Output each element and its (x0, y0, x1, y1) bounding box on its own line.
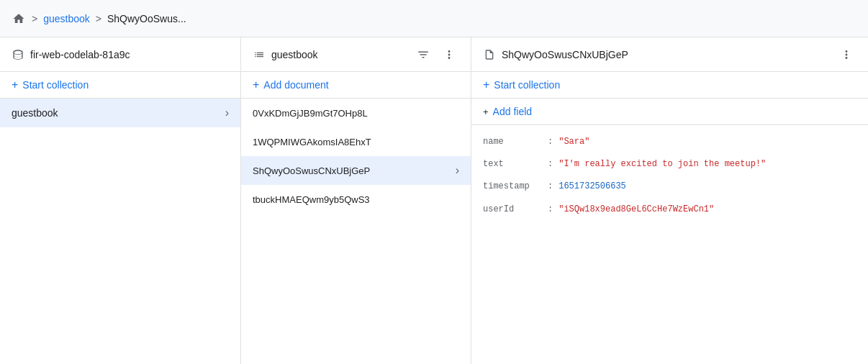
field-value-userid[interactable]: "iSQw18x9ead8GeL6CcHe7WzEwCn1" (559, 203, 714, 217)
collection-actions (413, 45, 459, 65)
database-title: fir-web-codelab-81a9c (30, 49, 229, 60)
field-key-userid: userId (483, 203, 548, 217)
start-collection-right-button[interactable]: + Start collection (471, 72, 868, 99)
field-row-userid: userId : "iSQw18x9ead8GeL6CcHe7WzEwCn1" (483, 199, 856, 221)
sidebar-guestbook-label: guestbook (12, 107, 225, 119)
chevron-right-icon-doc3: › (456, 164, 459, 177)
field-key-timestamp: timestamp (483, 180, 548, 194)
plus-icon-right-sc: + (483, 79, 489, 91)
field-key-text: text (483, 158, 548, 171)
doc-item-1[interactable]: 0VxKDmGjJB9mGt7OHp8L (241, 99, 471, 127)
field-value-timestamp[interactable]: 1651732506635 (559, 180, 626, 194)
doc-label-2: 1WQPMIWGAkomsIA8EhxT (253, 137, 459, 147)
add-document-button[interactable]: + Add document (241, 72, 471, 99)
field-row-text: text : "I'm really excited to join the m… (483, 153, 856, 176)
collection-title: guestbook (271, 49, 407, 60)
database-icon (12, 48, 24, 61)
document-title: ShQwyOoSwusCNxUBjGeP (502, 49, 831, 60)
field-key-name: name (483, 135, 548, 149)
home-button[interactable] (12, 12, 26, 26)
breadcrumb-guestbook[interactable]: guestbook (43, 13, 90, 24)
document-icon (483, 48, 496, 61)
panel-collection: guestbook + Add document 0VxKDmG (241, 37, 471, 364)
field-value-text[interactable]: "I'm really excited to join the meetup!" (559, 158, 766, 171)
doc-label-3: ShQwyOoSwusCNxUBjGeP (253, 165, 456, 176)
start-collection-right-label: Start collection (494, 79, 560, 91)
plus-icon-left: + (12, 79, 18, 91)
add-field-label: Add field (493, 106, 532, 117)
start-collection-label: Start collection (22, 79, 89, 91)
more-menu-button[interactable] (439, 45, 459, 65)
breadcrumb-doc: ShQwyOoSwus... (107, 13, 186, 24)
field-colon-userid: : (548, 203, 553, 217)
doc-label-1: 0VxKDmGjJB9mGt7OHp8L (253, 108, 459, 119)
plus-icon-mid: + (253, 79, 259, 91)
field-row-name: name : "Sara" (483, 131, 856, 153)
panel-document-header: ShQwyOoSwusCNxUBjGeP (471, 37, 868, 72)
field-colon-timestamp: : (548, 180, 553, 194)
add-field-button[interactable]: + Add field (471, 99, 868, 125)
field-colon-name: : (548, 135, 553, 149)
panel-database-header: fir-web-codelab-81a9c (0, 37, 240, 72)
sidebar-item-guestbook[interactable]: guestbook › (0, 99, 240, 127)
collection-icon (253, 48, 266, 61)
breadcrumb-bar: > guestbook > ShQwyOoSwus... (0, 0, 868, 37)
main-content: fir-web-codelab-81a9c + Start collection… (0, 37, 868, 364)
filter-button[interactable] (413, 45, 433, 65)
field-colon-text: : (548, 158, 553, 171)
field-value-name[interactable]: "Sara" (559, 135, 589, 149)
plus-icon-right-af: + (483, 106, 489, 117)
doc-item-4[interactable]: tbuckHMAEQwm9yb5QwS3 (241, 185, 471, 214)
document-actions (836, 45, 856, 65)
fields-area: name : "Sara" text : "I'm really excited… (471, 125, 868, 364)
panel-collection-header: guestbook (241, 37, 471, 72)
doc-item-2[interactable]: 1WQPMIWGAkomsIA8EhxT (241, 127, 471, 156)
chevron-right-icon-guestbook: › (225, 106, 229, 119)
add-document-label: Add document (263, 79, 328, 91)
panel-database: fir-web-codelab-81a9c + Start collection… (0, 37, 241, 364)
doc-label-4: tbuckHMAEQwm9yb5QwS3 (253, 194, 459, 205)
start-collection-button[interactable]: + Start collection (0, 72, 240, 99)
doc-item-3[interactable]: ShQwyOoSwusCNxUBjGeP › (241, 156, 471, 185)
panel-document: ShQwyOoSwusCNxUBjGeP + Start collection … (471, 37, 868, 364)
field-row-timestamp: timestamp : 1651732506635 (483, 176, 856, 198)
breadcrumb-separator-2: > (96, 13, 101, 24)
breadcrumb-separator-1: > (32, 13, 37, 24)
document-more-button[interactable] (836, 45, 856, 65)
